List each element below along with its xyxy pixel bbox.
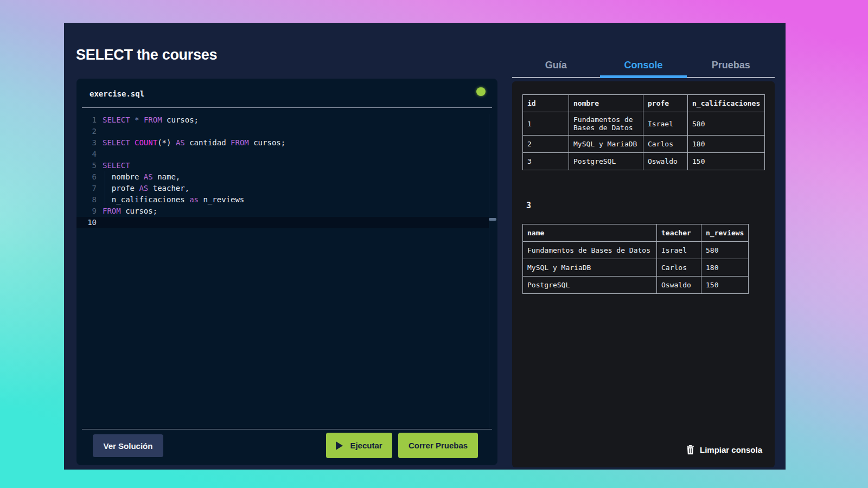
code-line-10: 10 [76,217,489,228]
code-editor[interactable]: 1SELECT * FROM cursos;23SELECT COUNT(*) … [76,114,489,429]
table-cell: Fundamentos de Bases de Datos [523,242,657,259]
table-cell: 580 [688,112,765,136]
line-content: FROM cursos; [103,206,157,217]
line-content: SELECT * FROM cursos; [103,114,199,126]
table-row: 3PostgreSQLOswaldo150 [523,153,765,170]
table-row: 2MySQL y MariaDBCarlos180 [523,136,765,153]
line-number: 4 [76,149,97,160]
code-line-3: 3SELECT COUNT(*) AS cantidad FROM cursos… [76,137,489,149]
line-number: 2 [76,126,97,137]
scrollbar-thumb[interactable] [489,218,496,221]
result-table-aliased: nameteachern_reviewsFundamentos de Bases… [522,224,749,294]
table-cell: 150 [688,153,765,170]
column-header: nombre [569,95,643,112]
code-line-9: 9FROM cursos; [76,206,489,217]
run-tests-label: Correr Pruebas [409,441,468,450]
trash-icon [686,445,694,454]
code-line-4: 4 [76,149,489,160]
table-cell: MySQL y MariaDB [523,259,657,277]
tab-console[interactable]: Console [599,53,687,77]
tab-pruebas[interactable]: Pruebas [687,53,775,77]
code-line-7: 7 profe AS teacher, [76,183,489,194]
line-number: 1 [76,114,97,126]
table-cell: 580 [701,242,749,259]
file-tab[interactable]: exercise.sql [90,89,144,98]
play-icon [336,441,343,450]
column-header: n_calificaciones [688,95,765,112]
column-header: name [523,224,657,242]
line-content: SELECT [103,160,130,171]
table-cell: Oswaldo [657,277,701,294]
status-dot [476,87,486,96]
table-cell: PostgreSQL [523,277,657,294]
column-header: n_reviews [701,224,749,242]
code-line-1: 1SELECT * FROM cursos; [76,114,489,126]
line-number: 9 [76,206,97,217]
right-panel-tabs: GuíaConsolePruebas [512,53,775,78]
line-content: SELECT COUNT(*) AS cantidad FROM cursos; [103,137,285,149]
result-table-cursos: idnombreprofen_calificaciones1Fundamento… [522,94,765,170]
code-line-5: 5SELECT [76,160,489,171]
table-cell: Carlos [657,259,701,277]
run-button[interactable]: Ejecutar [326,433,392,458]
table-cell: Israel [643,112,688,136]
editor-bottom-divider [82,429,492,429]
editor-card: exercise.sql 1SELECT * FROM cursos;23SEL… [76,79,497,465]
line-content: profe AS teacher, [103,183,189,194]
run-tests-button[interactable]: Correr Pruebas [398,433,478,458]
clear-console-label: Limpiar consola [700,445,762,454]
table-cell: Carlos [643,136,688,153]
line-number: 6 [76,171,97,183]
clear-console-button[interactable]: Limpiar consola [686,445,762,454]
table-cell: 180 [701,259,749,277]
table-cell: 2 [523,136,569,153]
table-row: MySQL y MariaDBCarlos180 [523,259,749,277]
table-cell: Israel [657,242,701,259]
table-cell: PostgreSQL [569,153,643,170]
table-cell: Fundamentos de Bases de Datos [569,112,643,136]
line-number: 7 [76,183,97,194]
line-number: 8 [76,194,97,206]
count-result: 3 [526,201,531,210]
table-cell: 3 [523,153,569,170]
run-label: Ejecutar [350,441,382,450]
table-row: Fundamentos de Bases de DatosIsrael580 [523,242,749,259]
column-header: id [523,95,569,112]
code-line-2: 2 [76,126,489,137]
view-solution-label: Ver Solución [104,441,153,451]
line-number: 5 [76,160,97,171]
table-row: PostgreSQLOswaldo150 [523,277,749,294]
line-number: 10 [76,217,97,228]
table-cell: 1 [523,112,569,136]
console-panel: idnombreprofen_calificaciones1Fundamento… [512,81,775,467]
line-content: nombre AS name, [103,171,180,183]
column-header: teacher [657,224,701,242]
tab-guía[interactable]: Guía [512,53,599,77]
line-content: n_calificaciones as n_reviews [103,194,244,206]
code-line-6: 6 nombre AS name, [76,171,489,183]
column-header: profe [643,95,688,112]
code-line-8: 8 n_calificaciones as n_reviews [76,194,489,206]
table-cell: 150 [701,277,749,294]
file-divider [82,107,492,108]
table-cell: 180 [688,136,765,153]
table-row: 1Fundamentos de Bases de DatosIsrael580 [523,112,765,136]
line-number: 3 [76,137,97,149]
view-solution-button[interactable]: Ver Solución [93,434,163,457]
table-cell: Oswaldo [643,153,688,170]
main-panel: SELECT the courses exercise.sql 1SELECT … [64,23,786,470]
page-title: SELECT the courses [76,47,217,63]
table-cell: MySQL y MariaDB [569,136,643,153]
